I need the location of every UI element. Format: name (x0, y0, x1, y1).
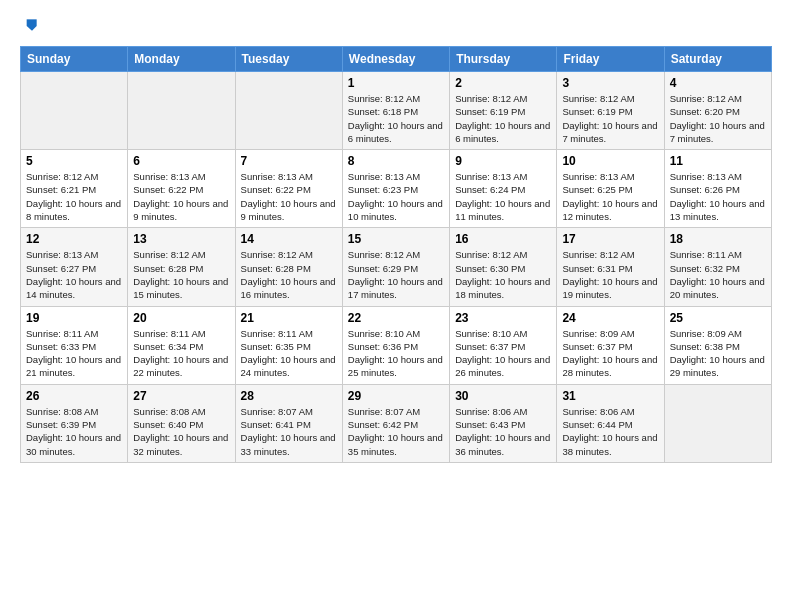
day-detail: Sunrise: 8:13 AM Sunset: 6:26 PM Dayligh… (670, 170, 766, 223)
week-row-3: 12Sunrise: 8:13 AM Sunset: 6:27 PM Dayli… (21, 228, 772, 306)
day-number: 20 (133, 311, 229, 325)
day-number: 3 (562, 76, 658, 90)
day-detail: Sunrise: 8:11 AM Sunset: 6:34 PM Dayligh… (133, 327, 229, 380)
day-number: 6 (133, 154, 229, 168)
day-detail: Sunrise: 8:08 AM Sunset: 6:39 PM Dayligh… (26, 405, 122, 458)
page-header (20, 16, 772, 36)
day-detail: Sunrise: 8:10 AM Sunset: 6:37 PM Dayligh… (455, 327, 551, 380)
calendar-cell: 6Sunrise: 8:13 AM Sunset: 6:22 PM Daylig… (128, 150, 235, 228)
day-number: 9 (455, 154, 551, 168)
calendar-cell: 13Sunrise: 8:12 AM Sunset: 6:28 PM Dayli… (128, 228, 235, 306)
calendar-cell: 16Sunrise: 8:12 AM Sunset: 6:30 PM Dayli… (450, 228, 557, 306)
calendar-cell (235, 72, 342, 150)
logo (20, 16, 44, 36)
week-row-4: 19Sunrise: 8:11 AM Sunset: 6:33 PM Dayli… (21, 306, 772, 384)
day-number: 15 (348, 232, 444, 246)
day-number: 21 (241, 311, 337, 325)
svg-marker-1 (27, 26, 37, 31)
calendar-cell: 29Sunrise: 8:07 AM Sunset: 6:42 PM Dayli… (342, 384, 449, 462)
calendar-cell: 4Sunrise: 8:12 AM Sunset: 6:20 PM Daylig… (664, 72, 771, 150)
day-number: 27 (133, 389, 229, 403)
day-detail: Sunrise: 8:13 AM Sunset: 6:27 PM Dayligh… (26, 248, 122, 301)
day-number: 24 (562, 311, 658, 325)
day-number: 26 (26, 389, 122, 403)
day-number: 11 (670, 154, 766, 168)
day-detail: Sunrise: 8:12 AM Sunset: 6:18 PM Dayligh… (348, 92, 444, 145)
calendar-cell: 5Sunrise: 8:12 AM Sunset: 6:21 PM Daylig… (21, 150, 128, 228)
weekday-wednesday: Wednesday (342, 47, 449, 72)
calendar-cell: 21Sunrise: 8:11 AM Sunset: 6:35 PM Dayli… (235, 306, 342, 384)
day-detail: Sunrise: 8:13 AM Sunset: 6:23 PM Dayligh… (348, 170, 444, 223)
week-row-1: 1Sunrise: 8:12 AM Sunset: 6:18 PM Daylig… (21, 72, 772, 150)
weekday-friday: Friday (557, 47, 664, 72)
day-detail: Sunrise: 8:12 AM Sunset: 6:19 PM Dayligh… (455, 92, 551, 145)
day-number: 17 (562, 232, 658, 246)
day-number: 4 (670, 76, 766, 90)
week-row-2: 5Sunrise: 8:12 AM Sunset: 6:21 PM Daylig… (21, 150, 772, 228)
day-detail: Sunrise: 8:06 AM Sunset: 6:43 PM Dayligh… (455, 405, 551, 458)
day-number: 2 (455, 76, 551, 90)
calendar-cell: 28Sunrise: 8:07 AM Sunset: 6:41 PM Dayli… (235, 384, 342, 462)
day-number: 29 (348, 389, 444, 403)
weekday-monday: Monday (128, 47, 235, 72)
calendar-cell: 18Sunrise: 8:11 AM Sunset: 6:32 PM Dayli… (664, 228, 771, 306)
day-number: 23 (455, 311, 551, 325)
day-number: 13 (133, 232, 229, 246)
day-detail: Sunrise: 8:12 AM Sunset: 6:28 PM Dayligh… (133, 248, 229, 301)
day-number: 22 (348, 311, 444, 325)
day-detail: Sunrise: 8:13 AM Sunset: 6:22 PM Dayligh… (241, 170, 337, 223)
calendar-cell: 27Sunrise: 8:08 AM Sunset: 6:40 PM Dayli… (128, 384, 235, 462)
calendar-cell: 26Sunrise: 8:08 AM Sunset: 6:39 PM Dayli… (21, 384, 128, 462)
day-detail: Sunrise: 8:06 AM Sunset: 6:44 PM Dayligh… (562, 405, 658, 458)
day-detail: Sunrise: 8:11 AM Sunset: 6:35 PM Dayligh… (241, 327, 337, 380)
day-detail: Sunrise: 8:12 AM Sunset: 6:20 PM Dayligh… (670, 92, 766, 145)
day-number: 10 (562, 154, 658, 168)
day-detail: Sunrise: 8:09 AM Sunset: 6:38 PM Dayligh… (670, 327, 766, 380)
day-number: 18 (670, 232, 766, 246)
calendar-cell: 15Sunrise: 8:12 AM Sunset: 6:29 PM Dayli… (342, 228, 449, 306)
calendar-cell: 8Sunrise: 8:13 AM Sunset: 6:23 PM Daylig… (342, 150, 449, 228)
day-number: 5 (26, 154, 122, 168)
calendar-cell: 19Sunrise: 8:11 AM Sunset: 6:33 PM Dayli… (21, 306, 128, 384)
day-number: 8 (348, 154, 444, 168)
weekday-thursday: Thursday (450, 47, 557, 72)
day-detail: Sunrise: 8:09 AM Sunset: 6:37 PM Dayligh… (562, 327, 658, 380)
day-detail: Sunrise: 8:12 AM Sunset: 6:21 PM Dayligh… (26, 170, 122, 223)
day-detail: Sunrise: 8:11 AM Sunset: 6:32 PM Dayligh… (670, 248, 766, 301)
svg-marker-0 (27, 19, 37, 26)
calendar-cell: 10Sunrise: 8:13 AM Sunset: 6:25 PM Dayli… (557, 150, 664, 228)
calendar-cell: 24Sunrise: 8:09 AM Sunset: 6:37 PM Dayli… (557, 306, 664, 384)
day-number: 28 (241, 389, 337, 403)
calendar-cell: 7Sunrise: 8:13 AM Sunset: 6:22 PM Daylig… (235, 150, 342, 228)
day-detail: Sunrise: 8:07 AM Sunset: 6:41 PM Dayligh… (241, 405, 337, 458)
day-detail: Sunrise: 8:07 AM Sunset: 6:42 PM Dayligh… (348, 405, 444, 458)
calendar-cell: 30Sunrise: 8:06 AM Sunset: 6:43 PM Dayli… (450, 384, 557, 462)
calendar-cell: 17Sunrise: 8:12 AM Sunset: 6:31 PM Dayli… (557, 228, 664, 306)
day-detail: Sunrise: 8:12 AM Sunset: 6:28 PM Dayligh… (241, 248, 337, 301)
day-number: 7 (241, 154, 337, 168)
weekday-tuesday: Tuesday (235, 47, 342, 72)
logo-icon (20, 16, 40, 36)
day-detail: Sunrise: 8:11 AM Sunset: 6:33 PM Dayligh… (26, 327, 122, 380)
weekday-saturday: Saturday (664, 47, 771, 72)
calendar-table: SundayMondayTuesdayWednesdayThursdayFrid… (20, 46, 772, 463)
calendar-cell: 9Sunrise: 8:13 AM Sunset: 6:24 PM Daylig… (450, 150, 557, 228)
day-detail: Sunrise: 8:13 AM Sunset: 6:25 PM Dayligh… (562, 170, 658, 223)
calendar-cell: 25Sunrise: 8:09 AM Sunset: 6:38 PM Dayli… (664, 306, 771, 384)
calendar-cell: 22Sunrise: 8:10 AM Sunset: 6:36 PM Dayli… (342, 306, 449, 384)
week-row-5: 26Sunrise: 8:08 AM Sunset: 6:39 PM Dayli… (21, 384, 772, 462)
day-number: 14 (241, 232, 337, 246)
day-number: 1 (348, 76, 444, 90)
calendar-cell: 2Sunrise: 8:12 AM Sunset: 6:19 PM Daylig… (450, 72, 557, 150)
day-number: 16 (455, 232, 551, 246)
day-detail: Sunrise: 8:12 AM Sunset: 6:31 PM Dayligh… (562, 248, 658, 301)
calendar-cell (128, 72, 235, 150)
calendar-cell: 31Sunrise: 8:06 AM Sunset: 6:44 PM Dayli… (557, 384, 664, 462)
calendar-cell: 20Sunrise: 8:11 AM Sunset: 6:34 PM Dayli… (128, 306, 235, 384)
weekday-header-row: SundayMondayTuesdayWednesdayThursdayFrid… (21, 47, 772, 72)
calendar-cell: 23Sunrise: 8:10 AM Sunset: 6:37 PM Dayli… (450, 306, 557, 384)
day-number: 12 (26, 232, 122, 246)
calendar-cell: 3Sunrise: 8:12 AM Sunset: 6:19 PM Daylig… (557, 72, 664, 150)
day-detail: Sunrise: 8:12 AM Sunset: 6:29 PM Dayligh… (348, 248, 444, 301)
weekday-sunday: Sunday (21, 47, 128, 72)
